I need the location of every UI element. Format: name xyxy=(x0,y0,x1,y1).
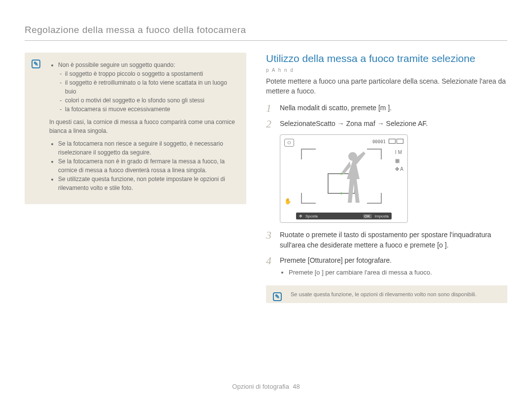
camera-display-illustration: O 00001 I M ▦ ✤ A ✋ xyxy=(280,134,408,223)
camera-bottom-bar: ✥ Sposta OK Imposta xyxy=(296,213,392,219)
note-item-2: Se la fotocamera non riesce a seguire il… xyxy=(58,139,237,157)
note-box-bottom: ✎ Se usate questa funzione, le opzioni d… xyxy=(266,285,507,303)
step-4-body: Premete [Otturatore] per fotografare. Pr… xyxy=(280,255,507,278)
section-intro: Potete mettere a fuoco una parte partico… xyxy=(266,77,507,96)
camera-counter: 00001 xyxy=(372,139,386,144)
step-4-sublist: Premete [o ] per cambiare l'area di mess… xyxy=(280,268,507,278)
frame-corner-tl xyxy=(301,149,316,159)
footer-page: 48 xyxy=(293,383,299,390)
note-icon: ✎ xyxy=(32,60,40,68)
step-4-number: 4 xyxy=(266,255,275,278)
camera-left-icon: ✋ xyxy=(284,198,292,205)
note-item-1: Non è possibile seguire un soggetto quan… xyxy=(58,61,237,114)
note-sub-1: il soggetto è troppo piccolo o soggetto … xyxy=(65,69,237,78)
section-title: Utilizzo della messa a fuoco tramite sel… xyxy=(266,53,507,64)
step-4: 4 Premete [Otturatore] per fotografare. … xyxy=(266,255,507,278)
step-1-body: Nella modalit di scatto, premete [m ]. xyxy=(280,103,507,114)
note-list: Non è possibile seguire un soggetto quan… xyxy=(49,61,237,114)
note-item-4: Se utilizzate questa funzione, non potet… xyxy=(58,175,237,192)
mode-tags: p A h n d xyxy=(266,67,507,73)
step-1: 1 Nella modalit di scatto, premete [m ]. xyxy=(266,103,507,114)
battery-icons xyxy=(388,139,403,145)
step-1-number: 1 xyxy=(266,103,275,114)
page-footer: Opzioni di fotografia 48 xyxy=(0,383,532,390)
note-sub-4: la fotocamera si muove eccessivamente xyxy=(65,105,237,114)
left-column: ✎ Non è possibile seguire un soggetto qu… xyxy=(25,53,246,303)
bottom-label-set: Imposta xyxy=(375,214,389,218)
camera-right-icon-1: I M xyxy=(395,150,403,155)
step-4-text: Premete [Otturatore] per fotografare. xyxy=(280,256,392,264)
note-sub-3: colori o motivi del soggetto e lo sfondo… xyxy=(65,96,237,105)
page-title: Regolazione della messa a fuoco della fo… xyxy=(25,25,507,41)
camera-top-right: 00001 xyxy=(372,139,403,145)
note-item-1-text: Non è possibile seguire un soggetto quan… xyxy=(58,62,175,68)
content-columns: ✎ Non è possibile seguire un soggetto qu… xyxy=(25,53,507,303)
subject-silhouette xyxy=(337,150,376,209)
nav-arrows-icon: ✥ xyxy=(299,214,302,218)
camera-right-icon-3: ✤ A xyxy=(395,166,403,172)
step-4-sub: Premete [o ] per cambiare l'area di mess… xyxy=(289,268,507,278)
note-box-main: ✎ Non è possibile seguire un soggetto qu… xyxy=(25,53,246,204)
camera-right-icons: I M ▦ ✤ A xyxy=(395,150,403,172)
frame-corner-bl xyxy=(301,193,316,204)
step-2-body: SelezionateScatto → Zona maf → Selezione… xyxy=(280,119,507,129)
camera-mode-icon: O xyxy=(284,139,294,147)
note-icon-bottom: ✎ xyxy=(273,292,282,301)
step-2-number: 2 xyxy=(266,119,275,129)
right-column: Utilizzo della messa a fuoco tramite sel… xyxy=(266,53,507,303)
note-item-1-sublist: il soggetto è troppo piccolo o soggetto … xyxy=(58,69,237,114)
step-3: 3 Ruotate o premete il tasto di spostame… xyxy=(266,230,507,250)
note-item-3: Se la fotocamera non è in grado di ferma… xyxy=(58,157,237,175)
step-3-number: 3 xyxy=(266,230,275,250)
note-para: In questi casi, la cornice di messa a fu… xyxy=(49,118,237,135)
note-bottom-text: Se usate questa funzione, le opzioni di … xyxy=(291,291,476,297)
note-sub-2: il soggetto è retroilluminato o la foto … xyxy=(65,78,237,96)
step-2: 2 SelezionateScatto → Zona maf → Selezio… xyxy=(266,119,507,129)
steps-list: 1 Nella modalit di scatto, premete [m ].… xyxy=(266,103,507,278)
bottom-label-move: Sposta xyxy=(305,214,318,218)
note-list-2: Se la fotocamera non riesce a seguire il… xyxy=(49,139,237,192)
camera-right-icon-2: ▦ xyxy=(395,158,403,163)
ok-button-label: OK xyxy=(363,214,372,218)
step-3-body: Ruotate o premete il tasto di spostament… xyxy=(280,230,507,250)
footer-section: Opzioni di fotografia xyxy=(232,383,289,390)
